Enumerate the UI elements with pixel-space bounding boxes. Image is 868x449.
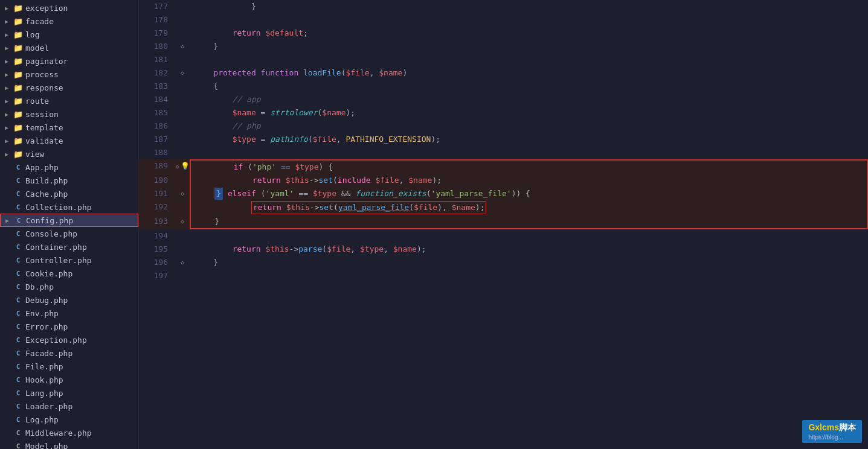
watermark: Gxlcms脚本 https://blog... [802,420,862,443]
folder-icon: 📁 [13,136,23,145]
sidebar-item-hook-php[interactable]: ▶ C Hook.php [0,373,138,386]
sidebar-item-label: validate [25,136,63,145]
line-content [190,53,868,66]
php-file-icon: C [13,282,23,291]
sidebar-item-log[interactable]: ▶ 📁 log [0,28,138,41]
sidebar-item-label: process [25,70,59,79]
code-content: 177 } 178 179 return $default; 180 ◇ } [139,0,868,295]
php-file-icon: C [13,256,23,264]
line-number: 193 [139,215,175,229]
sidebar-item-view[interactable]: ▶ 📁 view [0,147,138,161]
sidebar-item-console-php[interactable]: ▶ C Console.php [0,227,138,240]
code-line-177: 177 } [139,0,868,13]
sidebar-item-cookie-php[interactable]: ▶ C Cookie.php [0,267,138,280]
arrow-icon: ▶ [5,31,13,38]
watermark-suffix: 脚本 [839,422,856,432]
sidebar-item-route[interactable]: ▶ 📁 route [0,94,138,107]
sidebar-item-validate[interactable]: ▶ 📁 validate [0,134,138,147]
sidebar-item-response[interactable]: ▶ 📁 response [0,81,138,94]
code-line-194: 194 [139,229,868,243]
sidebar-item-cache-php[interactable]: ▶ C Cache.php [0,187,138,200]
sidebar-item-controller-php[interactable]: ▶ C Controller.php [0,253,138,267]
code-line-188: 188 [139,146,868,159]
sidebar-item-loader-php[interactable]: ▶ C Loader.php [0,400,138,413]
code-line-181: 181 [139,53,868,66]
sidebar-item-template[interactable]: ▶ 📁 template [0,121,138,134]
line-number: 194 [139,229,175,243]
sidebar-item-lang-php[interactable]: ▶ C Lang.php [0,386,138,400]
sidebar-item-exception-php[interactable]: ▶ C Exception.php [0,333,138,346]
code-line-192: 192 return $this->set(yaml_parse_file($f… [139,200,868,215]
line-number: 195 [139,243,175,256]
sidebar-item-label: Container.php [25,243,87,252]
sidebar-item-facade-php[interactable]: ▶ C Facade.php [0,346,138,360]
line-content: $name = strtolower($name); [190,106,868,119]
php-file-icon: C [13,309,23,317]
sidebar-item-paginator[interactable]: ▶ 📁 paginator [0,54,138,68]
sidebar-item-label: model [25,43,49,53]
sidebar-item-debug-php[interactable]: ▶ C Debug.php [0,293,138,307]
sidebar-item-label: Loader.php [25,402,72,411]
line-gutter [175,200,190,215]
line-gutter [175,106,190,119]
watermark-brand: Gxlcms [808,422,839,432]
folder-icon: 📁 [13,83,23,92]
sidebar-item-middleware-php[interactable]: ▶ C Middleware.php [0,426,138,439]
sidebar-item-log-php[interactable]: ▶ C Log.php [0,413,138,426]
code-line-178: 178 [139,13,868,27]
line-number: 188 [139,146,175,159]
line-gutter [175,119,190,133]
sidebar-item-model[interactable]: ▶ 📁 model [0,41,138,54]
line-number: 184 [139,93,175,106]
sidebar-item-label: Build.php [25,176,68,185]
sidebar-item-app-php[interactable]: ▶ C App.php [0,161,138,174]
arrow-icon: ▶ [5,98,13,104]
php-file-icon: C [13,243,23,251]
folder-icon: 📁 [13,4,23,12]
php-file-icon: C [13,442,23,449]
arrow-icon: ▶ [5,45,13,51]
sidebar-item-container-php[interactable]: ▶ C Container.php [0,240,138,253]
php-file-icon: C [13,229,23,238]
code-line-193: 193 ◇ } [139,215,868,229]
sidebar-item-config-php[interactable]: ▶ C Config.php [0,214,138,227]
code-line-180: 180 ◇ } [139,40,868,53]
sidebar-item-model-php[interactable]: ▶ C Model.php [0,439,138,449]
php-file-icon: C [13,349,23,357]
code-line-186: 186 // php [139,119,868,133]
line-gutter: ◇ [175,215,190,229]
sidebar-item-label: log [25,30,39,39]
php-file-icon: C [13,428,23,437]
line-number: 196 [139,256,175,269]
php-file-icon: C [13,336,23,344]
arrow-icon: ▶ [5,5,13,11]
sidebar-item-file-php[interactable]: ▶ C File.php [0,360,138,373]
code-line-187: 187 $type = pathinfo($file, PATHINFO_EXT… [139,133,868,146]
watermark-url: https://blog... [808,434,856,441]
file-tree[interactable]: ▶ 📁 exception ▶ 📁 facade ▶ 📁 log ▶ 📁 mod… [0,0,139,449]
arrow-icon: ▶ [5,217,14,224]
line-number: 181 [139,53,175,66]
code-line-185: 185 $name = strtolower($name); [139,106,868,119]
sidebar-item-label: Config.php [26,216,73,225]
sidebar-item-exception[interactable]: ▶ 📁 exception [0,1,138,14]
sidebar-item-facade[interactable]: ▶ 📁 facade [0,14,138,28]
php-file-icon: C [13,362,23,371]
php-file-icon: C [13,389,23,397]
sidebar-item-db-php[interactable]: ▶ C Db.php [0,280,138,293]
sidebar-item-process[interactable]: ▶ 📁 process [0,68,138,81]
sidebar-item-session[interactable]: ▶ 📁 session [0,107,138,121]
sidebar-item-build-php[interactable]: ▶ C Build.php [0,174,138,187]
sidebar-item-label: route [25,97,49,106]
sidebar-item-env-php[interactable]: ▶ C Env.php [0,307,138,320]
line-gutter [175,93,190,106]
arrow-icon: ▶ [5,71,13,78]
line-content: protected function loadFile($file, $name… [190,66,868,80]
sidebar-item-label: File.php [25,362,63,371]
sidebar-item-label: paginator [25,57,68,66]
line-number: 187 [139,133,175,146]
sidebar-item-error-php[interactable]: ▶ C Error.php [0,320,138,333]
sidebar-item-collection-php[interactable]: ▶ C Collection.php [0,200,138,214]
line-gutter: ◇💡 [175,159,190,174]
line-number: 186 [139,119,175,133]
